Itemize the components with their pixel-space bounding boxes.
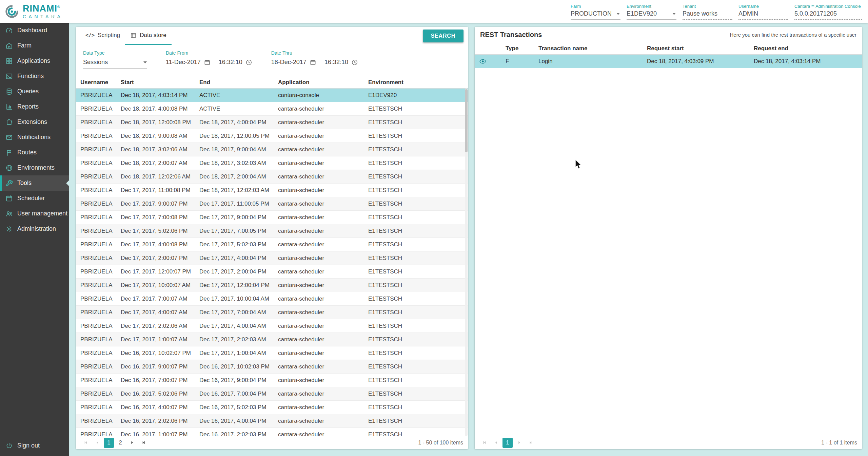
tenant-input[interactable]: Pause works [683, 10, 732, 20]
session-row[interactable]: PBRIZUELADec 17, 2017, 2:02:06 AMDec 17,… [76, 319, 468, 333]
search-button[interactable]: SEARCH [423, 30, 463, 42]
session-row[interactable]: PBRIZUELADec 17, 2017, 10:00:07 AMDec 17… [76, 279, 468, 292]
cell: Dec 17, 2017, 9:00:04 PM [195, 214, 274, 221]
session-row[interactable]: PBRIZUELADec 17, 2017, 11:00:08 PMDec 18… [76, 184, 468, 197]
cell: Dec 16, 2017, 5:02:03 PM [195, 404, 274, 411]
session-row[interactable]: PBRIZUELADec 16, 2017, 1:00:07 PMDec 16,… [76, 428, 468, 436]
cantara-administration-console-input[interactable]: 5.0.0.20171205 [794, 10, 862, 20]
tab-data-store[interactable]: Data store [125, 27, 171, 45]
session-row[interactable]: PBRIZUELADec 18, 2017, 4:00:08 PMACTIVEc… [76, 102, 468, 116]
time-thru-input[interactable]: 16:32:10 [324, 59, 358, 68]
pager-last-button[interactable] [138, 438, 149, 448]
session-row[interactable]: PBRIZUELADec 16, 2017, 7:00:07 PMDec 16,… [76, 374, 468, 387]
session-row[interactable]: PBRIZUELADec 17, 2017, 2:00:07 PMDec 17,… [76, 251, 468, 265]
tab-scripting[interactable]: </>Scripting [80, 27, 125, 45]
sidebar-item-scheduler[interactable]: Scheduler [0, 191, 69, 206]
sidebar-item-dashboard[interactable]: Dashboard [0, 23, 69, 38]
date-thru-input[interactable]: 18-Dec-2017 [271, 59, 316, 68]
cell: E1DEV920 [364, 92, 468, 99]
sidebar-item-extensions[interactable]: Extensions [0, 114, 69, 130]
session-row[interactable]: PBRIZUELADec 16, 2017, 2:02:06 PMDec 16,… [76, 414, 468, 428]
column-header-username[interactable]: Username [76, 79, 116, 86]
session-row[interactable]: PBRIZUELADec 18, 2017, 12:02:06 AMDec 18… [76, 170, 468, 184]
date-thru-value: 18-Dec-2017 [271, 59, 307, 66]
cell: E1TESTSCH [364, 404, 468, 411]
environment-select[interactable]: E1DEV920 [627, 10, 676, 20]
username-input[interactable]: ADMIN [738, 10, 788, 20]
column-header-type[interactable]: Type [501, 45, 534, 52]
farm-select[interactable]: PRODUCTION [571, 10, 620, 20]
time-from-input[interactable]: 16:32:10 [219, 59, 252, 68]
session-row[interactable]: PBRIZUELADec 17, 2017, 1:00:07 AMDec 17,… [76, 333, 468, 346]
pager-page-2[interactable]: 2 [115, 438, 125, 448]
session-row[interactable]: PBRIZUELADec 16, 2017, 10:02:07 PMDec 17… [76, 346, 468, 360]
session-row[interactable]: PBRIZUELADec 17, 2017, 4:00:08 PMDec 17,… [76, 238, 468, 251]
sidebar-item-label: Queries [17, 88, 39, 95]
transaction-row[interactable]: FLoginDec 18, 2017, 4:03:09 PMDec 18, 20… [475, 55, 862, 68]
sidebar-item-label: Tools [17, 179, 32, 187]
cell: Dec 18, 2017, 2:00:07 AM [116, 160, 195, 167]
sign-out-button[interactable]: Sign out [0, 438, 69, 453]
session-row[interactable]: PBRIZUELADec 18, 2017, 9:00:08 AMDec 18,… [76, 129, 468, 143]
sidebar-item-functions[interactable]: Functions [0, 69, 69, 84]
pager-first-button [479, 438, 490, 448]
date-from-filter: Date From 11-Dec-2017 16:32:10 [166, 50, 252, 76]
sidebar-item-user-management[interactable]: User management [0, 206, 69, 221]
cell: PBRIZUELA [76, 119, 116, 126]
actions-cell [475, 58, 501, 65]
sidebar-item-queries[interactable]: Queries [0, 84, 69, 99]
session-row[interactable]: PBRIZUELADec 17, 2017, 9:00:07 PMDec 17,… [76, 197, 468, 211]
tab-label: Scripting [98, 32, 120, 39]
field-label: Environment [627, 4, 676, 9]
pager-page-1[interactable]: 1 [104, 438, 114, 448]
sidebar-item-notifications[interactable]: Notifications [0, 130, 69, 145]
cell: Dec 16, 2017, 5:02:06 PM [116, 391, 195, 397]
cell: E1TESTSCH [364, 255, 468, 262]
pager-prev-button [92, 438, 102, 448]
sidebar-item-farm[interactable]: Farm [0, 38, 69, 53]
table-scrollbar[interactable] [465, 89, 468, 436]
cell: Dec 17, 2017, 7:00:05 PM [195, 228, 274, 234]
clock-icon[interactable] [245, 59, 252, 66]
session-row[interactable]: PBRIZUELADec 18, 2017, 3:02:06 AMDec 18,… [76, 143, 468, 156]
sidebar-item-applications[interactable]: Applications [0, 53, 69, 69]
field-value: 5.0.0.20171205 [794, 10, 837, 17]
eye-icon[interactable] [479, 58, 487, 65]
session-row[interactable]: PBRIZUELADec 17, 2017, 4:00:07 AMDec 17,… [76, 306, 468, 319]
column-header-application[interactable]: Application [274, 79, 364, 86]
clock-icon[interactable] [351, 59, 358, 66]
sidebar-item-tools[interactable]: Tools [0, 175, 69, 191]
scrollbar-thumb[interactable] [465, 89, 468, 152]
sidebar-item-reports[interactable]: Reports [0, 99, 69, 114]
column-header-transaction-name[interactable]: Transaction name [534, 45, 643, 52]
pager-page-1[interactable]: 1 [502, 438, 513, 448]
session-row[interactable]: PBRIZUELADec 18, 2017, 12:00:08 PMDec 18… [76, 116, 468, 129]
cell: Dec 18, 2017, 3:02:03 AM [195, 160, 274, 167]
pager-next-button[interactable] [127, 438, 137, 448]
cell: Dec 16, 2017, 7:00:04 PM [195, 391, 274, 397]
session-row[interactable]: PBRIZUELADec 17, 2017, 7:00:08 PMDec 17,… [76, 211, 468, 224]
sidebar-item-administration[interactable]: Administration [0, 221, 69, 236]
column-header-start[interactable]: Start [116, 79, 195, 86]
column-header-end[interactable]: End [195, 79, 274, 86]
session-row[interactable]: PBRIZUELADec 17, 2017, 5:02:06 PMDec 17,… [76, 224, 468, 238]
column-header-request-start[interactable]: Request start [643, 45, 749, 52]
cell: cantara-scheduler [274, 431, 364, 436]
session-row[interactable]: PBRIZUELADec 18, 2017, 4:03:14 PMACTIVEc… [76, 89, 468, 102]
calendar-icon[interactable] [310, 59, 316, 66]
calendar-icon[interactable] [204, 59, 211, 66]
session-row[interactable]: PBRIZUELADec 17, 2017, 12:00:07 PMDec 17… [76, 265, 468, 279]
sidebar-item-environments[interactable]: Environments [0, 160, 69, 175]
data-type-select[interactable]: Sessions [83, 59, 147, 69]
sidebar-item-routes[interactable]: Routes [0, 145, 69, 160]
cell: cantara-scheduler [274, 133, 364, 139]
session-row[interactable]: PBRIZUELADec 16, 2017, 9:00:07 PMDec 16,… [76, 360, 468, 374]
cell: cantara-scheduler [274, 146, 364, 153]
session-row[interactable]: PBRIZUELADec 17, 2017, 7:00:07 AMDec 17,… [76, 292, 468, 306]
column-header-environment[interactable]: Environment [364, 79, 468, 86]
session-row[interactable]: PBRIZUELADec 16, 2017, 5:02:06 PMDec 16,… [76, 387, 468, 401]
date-from-input[interactable]: 11-Dec-2017 [166, 59, 211, 68]
column-header-request-end[interactable]: Request end [749, 45, 862, 52]
session-row[interactable]: PBRIZUELADec 18, 2017, 2:00:07 AMDec 18,… [76, 156, 468, 170]
session-row[interactable]: PBRIZUELADec 16, 2017, 4:00:07 PMDec 16,… [76, 401, 468, 414]
